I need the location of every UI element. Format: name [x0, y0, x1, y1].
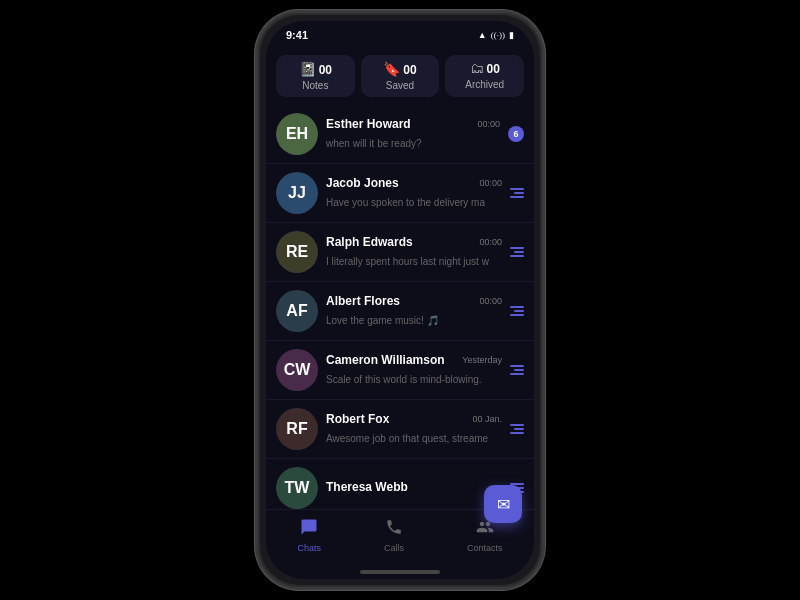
chat-list: EH Esther Howard 00:00 when will it be r… — [266, 105, 534, 509]
tab-notes[interactable]: 📓 00 Notes — [276, 55, 355, 97]
chat-preview: when will it be ready? — [326, 138, 422, 149]
chat-meta — [510, 188, 524, 198]
chat-header-row: Ralph Edwards 00:00 — [326, 235, 502, 249]
chat-content: Albert Flores 00:00 Love the game music!… — [326, 294, 502, 328]
chat-meta — [510, 424, 524, 434]
chat-preview: Have you spoken to the delivery ma — [326, 197, 485, 208]
avatar-initials: RF — [276, 408, 318, 450]
chat-header-row: Cameron Williamson Yesterday — [326, 353, 502, 367]
status-time: 9:41 — [286, 29, 308, 41]
phone-frame: 9:41 ▲ ((·)) ▮ 📓 00 Notes — [255, 10, 545, 590]
home-bar — [360, 570, 440, 574]
unread-badge: 6 — [508, 126, 524, 142]
avatar-initials: AF — [276, 290, 318, 332]
calls-nav-label: Calls — [384, 543, 404, 553]
menu-icon — [510, 424, 524, 434]
menu-icon — [510, 306, 524, 316]
archived-label: Archived — [465, 79, 504, 90]
chat-item[interactable]: AF Albert Flores 00:00 Love the game mus… — [266, 282, 534, 341]
chat-meta — [510, 247, 524, 257]
chat-header-row: Esther Howard 00:00 — [326, 117, 500, 131]
nav-chats[interactable]: Chats — [285, 514, 333, 557]
menu-icon — [510, 365, 524, 375]
status-icons: ▲ ((·)) ▮ — [478, 30, 514, 40]
notes-count: 00 — [319, 63, 332, 77]
chat-time: 00:00 — [479, 237, 502, 247]
compose-icon: ✉ — [497, 495, 510, 514]
saved-label: Saved — [386, 80, 414, 91]
saved-icon: 🔖 — [383, 61, 400, 78]
chat-time: 00:00 — [477, 119, 500, 129]
chat-name: Albert Flores — [326, 294, 400, 308]
notes-label: Notes — [302, 80, 328, 91]
chat-content: Ralph Edwards 00:00 I literally spent ho… — [326, 235, 502, 269]
compose-fab[interactable]: ✉ — [484, 485, 522, 523]
avatar-initials: JJ — [276, 172, 318, 214]
chat-name: Jacob Jones — [326, 176, 399, 190]
avatar: JJ — [276, 172, 318, 214]
chats-nav-label: Chats — [297, 543, 321, 553]
phone-screen: 9:41 ▲ ((·)) ▮ 📓 00 Notes — [266, 21, 534, 579]
avatar-initials: RE — [276, 231, 318, 273]
chat-item[interactable]: CW Cameron Williamson Yesterday Scale of… — [266, 341, 534, 400]
tab-saved[interactable]: 🔖 00 Saved — [361, 55, 440, 97]
archived-count: 00 — [487, 62, 500, 76]
avatar: RE — [276, 231, 318, 273]
chat-item[interactable]: JJ Jacob Jones 00:00 Have you spoken to … — [266, 164, 534, 223]
avatar: TW — [276, 467, 318, 509]
avatar-initials: EH — [276, 113, 318, 155]
chat-item[interactable]: EH Esther Howard 00:00 when will it be r… — [266, 105, 534, 164]
chat-content: Esther Howard 00:00 when will it be read… — [326, 117, 500, 151]
chat-preview: Awesome job on that quest, streame — [326, 433, 488, 444]
header-tabs: 📓 00 Notes 🔖 00 Saved 🗂 00 — [266, 49, 534, 105]
menu-icon — [510, 247, 524, 257]
notes-icon: 📓 — [299, 61, 316, 78]
chat-content: Theresa Webb — [326, 480, 502, 496]
chat-name: Esther Howard — [326, 117, 411, 131]
chat-meta — [510, 365, 524, 375]
chat-content: Jacob Jones 00:00 Have you spoken to the… — [326, 176, 502, 210]
tab-archived[interactable]: 🗂 00 Archived — [445, 55, 524, 97]
signal-icon: ▲ — [478, 30, 487, 40]
chat-meta: 6 — [508, 126, 524, 142]
nav-calls[interactable]: Calls — [372, 514, 416, 557]
chat-name: Theresa Webb — [326, 480, 408, 494]
home-indicator — [266, 565, 534, 579]
avatar: AF — [276, 290, 318, 332]
chat-name: Cameron Williamson — [326, 353, 445, 367]
archived-icon: 🗂 — [470, 61, 484, 77]
chat-item[interactable]: RE Ralph Edwards 00:00 I literally spent… — [266, 223, 534, 282]
avatar: EH — [276, 113, 318, 155]
wifi-icon: ((·)) — [491, 30, 505, 40]
chat-header-row: Albert Flores 00:00 — [326, 294, 502, 308]
chat-header-row: Jacob Jones 00:00 — [326, 176, 502, 190]
chat-content: Robert Fox 00 Jan. Awesome job on that q… — [326, 412, 502, 446]
chat-time: 00:00 — [479, 178, 502, 188]
notch — [360, 21, 440, 43]
chat-time: Yesterday — [462, 355, 502, 365]
saved-count: 00 — [403, 63, 416, 77]
battery-icon: ▮ — [509, 30, 514, 40]
chat-preview: I literally spent hours last night just … — [326, 256, 489, 267]
chats-nav-icon — [300, 518, 318, 541]
avatar-initials: CW — [276, 349, 318, 391]
calls-nav-icon — [385, 518, 403, 541]
chat-preview: Scale of this world is mind-blowing. — [326, 374, 482, 385]
chat-content: Cameron Williamson Yesterday Scale of th… — [326, 353, 502, 387]
avatar: CW — [276, 349, 318, 391]
chat-header-row: Robert Fox 00 Jan. — [326, 412, 502, 426]
chat-item[interactable]: RF Robert Fox 00 Jan. Awesome job on tha… — [266, 400, 534, 459]
phone-wrapper: 9:41 ▲ ((·)) ▮ 📓 00 Notes — [255, 10, 545, 590]
chat-name: Ralph Edwards — [326, 235, 413, 249]
chat-name: Robert Fox — [326, 412, 389, 426]
chat-time: 00 Jan. — [472, 414, 502, 424]
chat-header-row: Theresa Webb — [326, 480, 502, 494]
menu-icon — [510, 188, 524, 198]
avatar: RF — [276, 408, 318, 450]
chat-meta — [510, 306, 524, 316]
avatar-initials: TW — [276, 467, 318, 509]
contacts-nav-label: Contacts — [467, 543, 503, 553]
chat-preview: Love the game music! 🎵 — [326, 315, 439, 326]
chat-time: 00:00 — [479, 296, 502, 306]
